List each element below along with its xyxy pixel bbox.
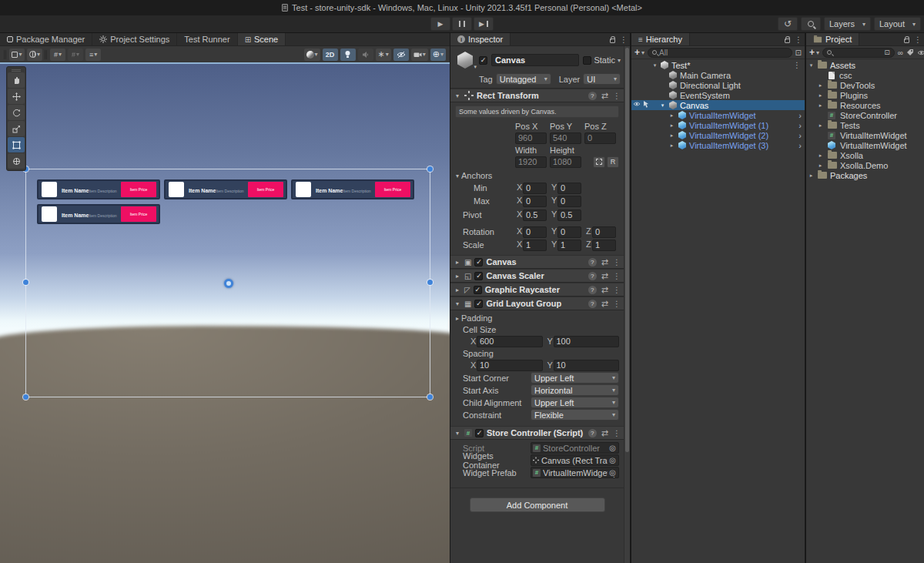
play-button[interactable]: ▶ bbox=[430, 17, 450, 31]
project-item-tests[interactable]: ▸ Tests bbox=[806, 120, 924, 130]
start-corner-dropdown[interactable]: Upper Left▾ bbox=[531, 372, 619, 384]
prefab-open-chevron[interactable]: › bbox=[798, 121, 802, 130]
scene-viewport[interactable]: Item NameItem Description Item Price Ite… bbox=[0, 64, 450, 563]
widgets-container-object-field[interactable]: Canvas (Rect Transfor ◎ bbox=[531, 454, 619, 466]
static-checkbox[interactable]: ✓ bbox=[583, 56, 591, 65]
anchor-min-y-field[interactable]: 0 bbox=[557, 183, 581, 194]
component-header-graphic-raycaster[interactable]: ▸ ◸ ✓ Graphic Raycaster ?⇄⋮ bbox=[450, 283, 624, 297]
step-button[interactable]: ▶ bbox=[474, 17, 494, 31]
component-enabled-checkbox[interactable]: ✓ bbox=[474, 258, 483, 266]
component-header-grid-layout-group[interactable]: ▾ ▦ ✓ Grid Layout Group ?⇄⋮ bbox=[450, 297, 624, 310]
active-checkbox[interactable]: ✓ bbox=[479, 56, 487, 65]
scene-visibility-toggle[interactable] bbox=[393, 49, 409, 61]
kebab-menu-icon[interactable]: ⋮ bbox=[613, 286, 621, 294]
kebab-menu-icon[interactable]: ⋮ bbox=[914, 35, 922, 44]
anchor-max-y-field[interactable]: 0 bbox=[557, 196, 581, 207]
anchor-min-x-field[interactable]: 0 bbox=[523, 183, 547, 194]
shading-mode-dropdown[interactable]: ▾ bbox=[304, 49, 320, 61]
hierarchy-search[interactable] bbox=[648, 48, 792, 58]
selection-handle-left-middle[interactable] bbox=[23, 280, 28, 285]
hand-tool-button[interactable] bbox=[8, 72, 25, 88]
cell-size-y-field[interactable]: 100 bbox=[554, 336, 620, 347]
selection-handle-bottom-left[interactable] bbox=[23, 394, 28, 400]
prefab-open-chevron[interactable]: › bbox=[798, 111, 802, 120]
pos-z-field[interactable]: 0 bbox=[584, 132, 616, 144]
pause-button[interactable] bbox=[452, 17, 472, 31]
foldout-open-icon[interactable]: ▾ bbox=[659, 102, 666, 109]
virtual-item-widget[interactable]: Item NameItem Description Item Price bbox=[164, 179, 287, 199]
search-window-icon[interactable]: ⊡ bbox=[795, 49, 802, 57]
undo-history-button[interactable]: ↺ bbox=[778, 17, 798, 31]
script-object-field[interactable]: # StoreController ◎ bbox=[531, 442, 619, 454]
project-item-xsolla-demo[interactable]: ▸ Xsolla.Demo bbox=[806, 160, 924, 170]
padding-foldout[interactable]: Padding bbox=[461, 313, 492, 323]
project-item-assets[interactable]: ▾ Assets bbox=[806, 60, 924, 70]
inspector-scrollbar[interactable] bbox=[624, 46, 630, 563]
effects-dropdown[interactable]: ∗▾ bbox=[376, 49, 391, 61]
component-header-canvas[interactable]: ▸ ▣ ✓ Canvas ?⇄⋮ bbox=[450, 255, 624, 269]
component-header-store-controller[interactable]: ▾ # ✓ Store Controller (Script) ?⇄⋮ bbox=[450, 426, 624, 440]
foldout-closed-icon[interactable]: ▸ bbox=[454, 259, 461, 266]
hierarchy-item-virtualitemwidget-3[interactable]: ▸ VirtualItemWidget (3) › bbox=[631, 140, 805, 150]
component-enabled-checkbox[interactable]: ✓ bbox=[474, 272, 483, 280]
selection-handle-top-right[interactable] bbox=[427, 166, 433, 172]
foldout-closed-icon[interactable]: ▸ bbox=[808, 173, 815, 179]
tab-project-settings[interactable]: Project Settings bbox=[92, 33, 177, 45]
layer-dropdown[interactable]: UI▾ bbox=[583, 73, 621, 85]
hierarchy-item-virtualitemwidget-2[interactable]: ▸ VirtualItemWidget (2) › bbox=[631, 130, 805, 140]
virtual-item-widget[interactable]: Item NameItem Description Item Price bbox=[291, 179, 414, 199]
toolbar-grip[interactable] bbox=[4, 50, 5, 59]
scale-x-field[interactable]: 1 bbox=[523, 240, 547, 251]
pivot-x-field[interactable]: 0.5 bbox=[523, 209, 547, 221]
object-picker-icon[interactable]: ◎ bbox=[608, 444, 618, 452]
foldout-closed-icon[interactable]: ▸ bbox=[454, 287, 461, 293]
prefab-open-chevron[interactable]: › bbox=[798, 131, 802, 140]
rect-tool-button[interactable] bbox=[8, 137, 25, 152]
help-icon[interactable]: ? bbox=[588, 258, 597, 266]
lock-icon[interactable] bbox=[904, 39, 909, 43]
foldout-closed-icon[interactable]: ▸ bbox=[817, 82, 824, 89]
prefab-open-chevron[interactable]: › bbox=[798, 141, 802, 150]
foldout-closed-icon[interactable]: ▸ bbox=[817, 122, 824, 129]
help-icon[interactable]: ? bbox=[588, 300, 597, 308]
project-item-plugins[interactable]: ▸ Plugins bbox=[806, 90, 924, 100]
presets-icon[interactable]: ⇄ bbox=[601, 91, 608, 101]
lock-icon[interactable] bbox=[785, 39, 790, 43]
child-alignment-dropdown[interactable]: Upper Left▾ bbox=[531, 397, 619, 408]
tab-hierarchy[interactable]: ≡ Hierarchy bbox=[631, 33, 690, 45]
draw-mode-dropdown[interactable]: ▾ bbox=[9, 49, 25, 61]
selection-handle-bottom-right[interactable] bbox=[427, 394, 433, 400]
pos-y-field[interactable]: 540 bbox=[550, 132, 581, 144]
help-icon[interactable]: ? bbox=[588, 92, 597, 100]
start-axis-dropdown[interactable]: Horizontal▾ bbox=[531, 384, 619, 396]
presets-icon[interactable]: ⇄ bbox=[601, 428, 608, 438]
pos-x-field[interactable]: 960 bbox=[515, 132, 547, 144]
kebab-menu-icon[interactable]: ⋮ bbox=[620, 35, 628, 44]
kebab-menu-icon[interactable]: ⋮ bbox=[613, 429, 621, 437]
add-component-button[interactable]: Add Component bbox=[470, 498, 605, 512]
presets-icon[interactable]: ⇄ bbox=[601, 257, 608, 267]
project-item-xsolla[interactable]: ▸ Xsolla bbox=[806, 150, 924, 160]
kebab-menu-icon[interactable]: ⋮ bbox=[613, 92, 621, 100]
scale-z-field[interactable]: 1 bbox=[592, 240, 616, 251]
search-button[interactable] bbox=[801, 17, 821, 31]
project-item-virtualitemwidget-script[interactable]: # VirtualItemWidget bbox=[806, 130, 924, 140]
help-icon[interactable]: ? bbox=[588, 286, 597, 294]
visibility-eye-icon[interactable] bbox=[633, 101, 641, 107]
hierarchy-item-canvas[interactable]: ▾ Canvas bbox=[631, 100, 805, 110]
foldout-closed-icon[interactable]: ▸ bbox=[668, 142, 675, 149]
virtual-item-widget[interactable]: Item NameItem Description Item Price bbox=[37, 179, 160, 199]
item-price-button[interactable]: Item Price bbox=[121, 182, 156, 197]
item-price-button[interactable]: Item Price bbox=[375, 182, 410, 197]
tab-test-runner[interactable]: Test Runner bbox=[177, 33, 237, 45]
foldout-open-icon[interactable]: ▾ bbox=[454, 173, 461, 179]
scene-lighting-toggle[interactable] bbox=[340, 49, 356, 61]
item-price-button[interactable]: Item Price bbox=[248, 182, 283, 197]
height-field[interactable]: 1080 bbox=[550, 156, 581, 168]
lock-icon[interactable] bbox=[610, 39, 615, 43]
canvas-pivot-gizmo[interactable] bbox=[224, 279, 233, 288]
gizmos-dropdown[interactable]: ⊕▾ bbox=[430, 49, 446, 61]
foldout-closed-icon[interactable]: ▸ bbox=[817, 152, 824, 159]
chevron-down-icon[interactable]: ▾ bbox=[618, 57, 621, 64]
rotation-y-field[interactable]: 0 bbox=[557, 226, 581, 238]
